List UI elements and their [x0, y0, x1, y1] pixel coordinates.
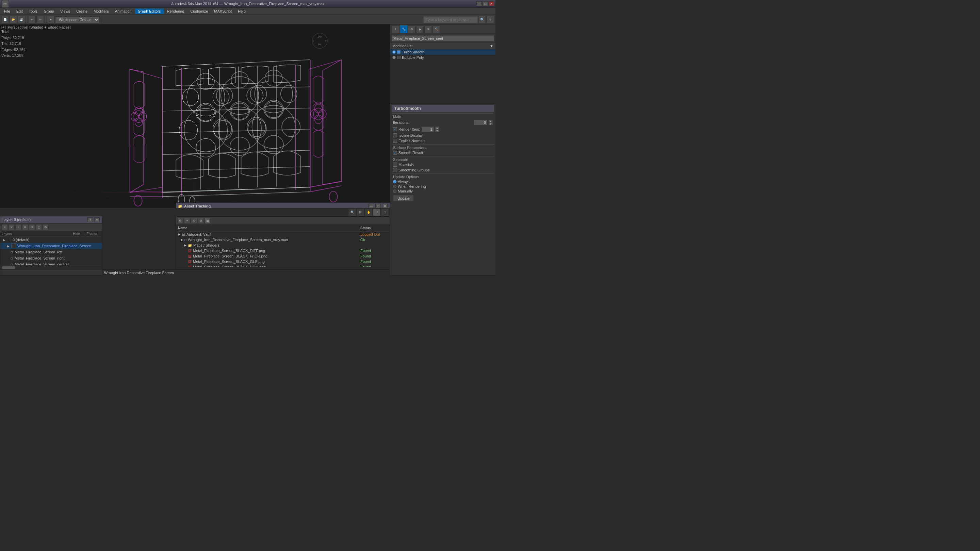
modifier-dropdown-arrow[interactable]: ▼	[490, 44, 493, 48]
layer-item-default[interactable]: ▶ ☰ 0 (default)	[0, 237, 102, 243]
asset-remove-btn[interactable]: ✕	[191, 218, 197, 224]
select-btn[interactable]: ▶	[47, 16, 54, 24]
when-rendering-radio[interactable]	[393, 185, 396, 188]
menu-create[interactable]: Create	[73, 8, 90, 14]
modifier-turbos[interactable]: TurboSmooth	[390, 49, 495, 55]
layer-icon-l: ◻	[9, 250, 14, 254]
layers-add-btn[interactable]: +	[15, 224, 21, 230]
layer-vis-cb[interactable]	[11, 243, 16, 248]
modify-tab[interactable]: 🔧	[400, 25, 407, 33]
create-tab[interactable]: ✦	[392, 25, 399, 33]
layers-close-btn[interactable]: ✕	[94, 218, 100, 222]
modifier-enable-cb[interactable]	[397, 50, 401, 54]
right-panel-icons: ✦ 🔧 ⚙ ▶ 👁 🔨	[390, 24, 495, 34]
layers-freeze-btn[interactable]: ❄	[22, 224, 28, 230]
materials-cb[interactable]	[393, 163, 397, 167]
workspace-dropdown[interactable]: Workspace: Default	[55, 16, 99, 23]
iterations-up[interactable]: ▲	[488, 120, 493, 122]
render-iters-cb[interactable]	[393, 127, 397, 131]
layers-props-btn[interactable]: ⚙	[43, 224, 49, 230]
asset-props-btn[interactable]: ⚙	[198, 218, 204, 224]
main-viewport[interactable]: Top Bot L R P	[0, 24, 390, 214]
menu-animation[interactable]: Animation	[112, 8, 134, 14]
vp-zoom-btn[interactable]: 🔍	[348, 208, 356, 216]
render-iters-down[interactable]: ▼	[435, 129, 439, 132]
vp-zoom-all-btn[interactable]: ⊞	[356, 208, 364, 216]
redo-btn[interactable]: ↪	[37, 16, 44, 24]
layer-item-wrought[interactable]: ▶ Wrought_Iron_Decorative_Fireplace_Scre…	[0, 243, 102, 249]
iterations-input[interactable]	[474, 120, 487, 125]
asset-maps-folder[interactable]: ▶ 📁 Maps / Shaders	[176, 243, 390, 248]
layer-item-right[interactable]: ◻ Metal_Fireplace_Screen_right	[0, 255, 102, 261]
menu-tools[interactable]: Tools	[26, 8, 40, 14]
modifier-enable-cb2[interactable]	[397, 56, 401, 59]
open-btn[interactable]: 📂	[10, 16, 17, 24]
always-radio[interactable]	[393, 180, 396, 183]
vp-pan-btn[interactable]: ✋	[365, 208, 372, 216]
help-btn[interactable]: ?	[487, 16, 494, 24]
layer-item-central[interactable]: ◻ Metal_Fireplace_Screen_central	[0, 261, 102, 265]
svg-text:P: P	[318, 37, 319, 39]
layers-hide-btn[interactable]: 👁	[29, 224, 35, 230]
close-button[interactable]: ✕	[488, 2, 494, 6]
layer-name5: Metal_Fireplace_Screen_central	[14, 262, 68, 265]
utilities-tab[interactable]: 🔨	[433, 25, 440, 33]
asset-grid-btn[interactable]: ▦	[205, 218, 211, 224]
menu-file[interactable]: File	[2, 8, 13, 14]
layer-item-left[interactable]: ◻ Metal_Fireplace_Screen_left	[0, 249, 102, 255]
iterations-spinner[interactable]: ▲ ▼	[488, 120, 493, 125]
search-input[interactable]	[423, 16, 478, 23]
asset-add-btn[interactable]: +	[184, 218, 190, 224]
smoothing-groups-row: Smoothing Groups	[392, 167, 494, 173]
titlebar-left: 3ds	[2, 0, 9, 8]
asset-refresh-btn[interactable]: ↺	[177, 218, 183, 224]
asset-nrm[interactable]: 🖼 Metal_Fireplace_Screen_BLACK_NRM.png F…	[176, 264, 390, 267]
undo-btn[interactable]: ↩	[28, 16, 36, 24]
hierarchy-tab[interactable]: ⚙	[408, 25, 415, 33]
iterations-down[interactable]: ▼	[488, 122, 493, 125]
layers-question-btn[interactable]: ?	[88, 218, 93, 222]
titlebar-controls[interactable]: — □ ✕	[476, 2, 494, 6]
search-btn[interactable]: 🔍	[479, 16, 486, 24]
modifier-edpoly[interactable]: Editable Poly	[390, 55, 495, 60]
menu-maxscript[interactable]: MAXScript	[211, 8, 234, 14]
motion-tab[interactable]: ▶	[416, 25, 424, 33]
smooth-result-cb[interactable]	[393, 151, 397, 155]
materials-row: Materials	[392, 162, 494, 167]
menu-group[interactable]: Group	[41, 8, 57, 14]
explicit-normals-cb[interactable]	[393, 139, 397, 143]
vp-max-btn[interactable]: □	[381, 208, 388, 216]
render-iters-input[interactable]	[422, 127, 434, 132]
menu-views[interactable]: Views	[57, 8, 73, 14]
vault-status: Logged Out	[360, 232, 388, 237]
menu-rendering[interactable]: Rendering	[164, 8, 187, 14]
display-tab[interactable]: 👁	[424, 25, 432, 33]
vp-orbit-btn[interactable]: ↺	[373, 208, 380, 216]
manually-radio[interactable]	[393, 189, 396, 193]
asset-diff[interactable]: 🖼 Metal_Fireplace_Screen_BLACK_DIFF.png …	[176, 248, 390, 253]
save-btn[interactable]: 💾	[18, 16, 25, 24]
update-button[interactable]: Update	[393, 195, 414, 202]
menu-edit[interactable]: Edit	[14, 8, 25, 14]
isoline-cb[interactable]	[393, 133, 397, 137]
render-iters-up[interactable]: ▲	[435, 127, 439, 129]
asset-frior[interactable]: 🖼 Metal_Fireplace_Screen_BLACK_FrIOR.png…	[176, 253, 390, 259]
menu-customize[interactable]: Customize	[188, 8, 211, 14]
menu-modifiers[interactable]: Modifiers	[91, 8, 111, 14]
smoothing-groups-cb[interactable]	[393, 168, 397, 172]
layers-select-btn[interactable]: ◻	[36, 224, 42, 230]
new-btn[interactable]: 📄	[2, 16, 9, 24]
svg-text:L: L	[313, 40, 314, 42]
menu-help[interactable]: Help	[235, 8, 248, 14]
asset-gls[interactable]: 🖼 Metal_Fireplace_Screen_BLACK_GLS.png F…	[176, 259, 390, 264]
render-iters-spinner[interactable]: ▲ ▼	[435, 127, 439, 132]
layer-indent	[2, 243, 5, 248]
layers-delete-btn[interactable]: ✕	[8, 224, 14, 230]
asset-vault[interactable]: ▶ 🏛 Autodesk Vault Logged Out	[176, 232, 390, 237]
maximize-button[interactable]: □	[482, 2, 488, 6]
minimize-button[interactable]: —	[476, 2, 482, 6]
object-name-input[interactable]: Metal_Fireplace_Screen_cent	[392, 35, 494, 41]
layers-hscroll[interactable]	[0, 265, 102, 270]
asset-maxfile[interactable]: ▶ □ Wrought_Iron_Decorative_Fireplace_Sc…	[176, 237, 390, 243]
menu-graph-editors[interactable]: Graph Editors	[135, 8, 164, 14]
